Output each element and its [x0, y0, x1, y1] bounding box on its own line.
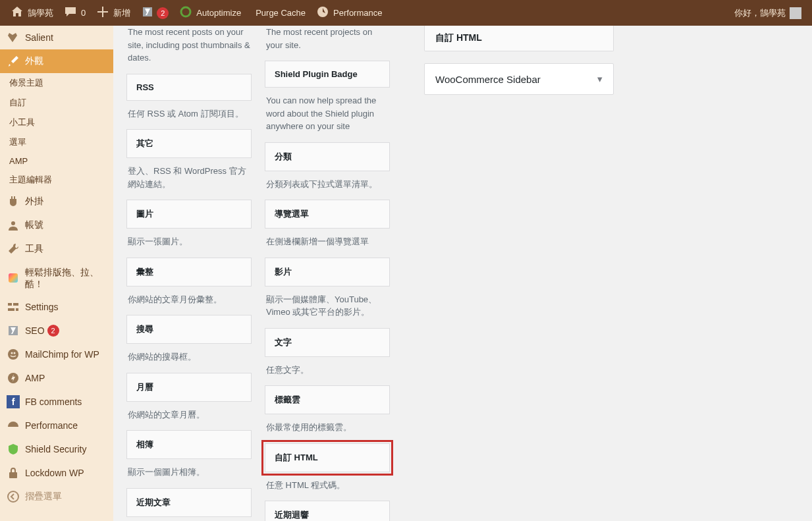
menu-fb-comments-label: FB comments: [25, 397, 82, 407]
chevron-down-icon: ▾: [597, 73, 603, 85]
menu-mailchimp[interactable]: MailChimp for WP: [0, 343, 113, 366]
sidebar-woocommerce[interactable]: WooCommerce Sidebar ▾: [424, 63, 614, 95]
submenu-menus[interactable]: 選單: [0, 132, 113, 152]
performance-link[interactable]: Performance: [311, 0, 387, 26]
autoptimize-icon: [179, 5, 192, 20]
menu-users-label: 帳號: [25, 219, 43, 231]
menu-appearance[interactable]: 外觀: [0, 49, 113, 73]
my-account-link[interactable]: 你好，鵠學苑: [729, 0, 807, 26]
new-label: 新增: [113, 7, 130, 19]
menu-amp-label: AMP: [25, 373, 45, 383]
widget-tag-cloud[interactable]: 標籤雲: [265, 385, 390, 414]
svg-rect-4: [8, 303, 12, 306]
widget-gallery[interactable]: 相簿: [126, 430, 252, 459]
new-content-link[interactable]: 新增: [91, 0, 136, 26]
available-widgets: The most recent posts on your site, incl…: [126, 26, 390, 521]
menu-settings[interactable]: Settings: [0, 295, 113, 319]
amp-icon: [7, 371, 20, 385]
menu-users[interactable]: 帳號: [0, 213, 113, 237]
sidebar-widget-item[interactable]: 自訂 HTML: [424, 26, 614, 51]
svg-rect-5: [13, 303, 18, 306]
widget-categories[interactable]: 分類: [265, 142, 390, 171]
menu-settings-label: Settings: [25, 302, 59, 312]
widget-desc: 你網站的文章月份彙整。: [126, 293, 252, 306]
sidebar-area: 自訂 HTML WooCommerce Sidebar ▾: [424, 26, 614, 521]
svg-rect-6: [8, 308, 14, 311]
facebook-icon: f: [7, 395, 20, 408]
menu-performance-label: Performance: [25, 420, 78, 431]
widget-recent-comments[interactable]: 近期迴響: [265, 501, 390, 521]
widget-other[interactable]: 其它: [126, 129, 252, 158]
menu-salient[interactable]: Salient: [0, 26, 113, 49]
submenu-amp[interactable]: AMP: [0, 152, 113, 170]
menu-plugins[interactable]: 外掛: [0, 190, 113, 213]
menu-seo-label: SEO: [25, 325, 45, 336]
avatar: [790, 7, 801, 19]
widget-archives[interactable]: 彙整: [126, 258, 252, 287]
menu-collapse[interactable]: 摺疊選單: [0, 485, 113, 508]
submenu-widgets[interactable]: 小工具: [0, 113, 113, 132]
svg-point-9: [11, 352, 13, 354]
menu-shield[interactable]: Shield Security: [0, 437, 113, 461]
widget-recent-posts[interactable]: 近期文章: [126, 488, 252, 517]
widget-custom-html[interactable]: 自訂 HTML: [265, 443, 390, 472]
greeting-label: 你好，鵠學苑: [734, 7, 786, 19]
seo-icon: [7, 324, 20, 337]
widget-desc: 任意文字。: [265, 364, 390, 377]
menu-tools-label: 工具: [25, 243, 43, 255]
comments-count: 0: [81, 8, 86, 18]
sidebar-widget-label: 自訂 HTML: [435, 32, 482, 43]
menu-mailchimp-label: MailChimp for WP: [25, 349, 99, 360]
submenu-customize[interactable]: 自訂: [0, 93, 113, 113]
widget-desc: 顯示一個媒體庫、YouTube、Vimeo 或其它平台的影片。: [265, 293, 390, 319]
menu-amp[interactable]: AMP: [0, 366, 113, 390]
widget-rss[interactable]: RSS: [126, 74, 252, 101]
menu-seo[interactable]: SEO 2: [0, 319, 113, 343]
widget-desc: You can now help spread the word about t…: [265, 94, 390, 133]
widget-video[interactable]: 影片: [265, 258, 390, 287]
widget-shield-badge[interactable]: Shield Plugin Badge: [265, 61, 390, 88]
performance-label: Performance: [333, 8, 382, 18]
admin-menu: Salient 外觀 佈景主題 自訂 小工具 選單 AMP 主題編輯器 外掛 帳…: [0, 26, 113, 521]
svg-rect-3: [9, 273, 18, 283]
comments-link[interactable]: 0: [59, 0, 91, 26]
yoast-badge: 2: [157, 7, 169, 19]
widget-desc: The most recent projects on your site.: [265, 26, 390, 51]
widget-image[interactable]: 圖片: [126, 200, 252, 229]
svg-rect-7: [16, 308, 18, 311]
tools-icon: [7, 242, 20, 256]
site-name-link[interactable]: 鵠學苑: [5, 0, 59, 26]
menu-shield-label: Shield Security: [25, 444, 86, 454]
widget-calendar[interactable]: 月曆: [126, 373, 252, 402]
widget-text[interactable]: 文字: [265, 328, 390, 357]
svg-point-0: [181, 7, 190, 16]
menu-tools[interactable]: 工具: [0, 237, 113, 261]
yoast-link[interactable]: 2: [136, 0, 174, 26]
widget-desc: 你網站的搜尋框。: [126, 350, 252, 364]
menu-fb-comments[interactable]: f FB comments: [0, 390, 113, 414]
widget-search[interactable]: 搜尋: [126, 315, 252, 344]
widget-column-2: The most recent projects on your site. S…: [265, 26, 390, 521]
widget-desc: 你最常使用的標籤雲。: [265, 421, 390, 434]
brush-icon: [7, 55, 20, 68]
seo-badge: 2: [47, 325, 59, 337]
autoptimize-link[interactable]: Autoptimize: [174, 0, 246, 26]
menu-appearance-label: 外觀: [25, 55, 43, 67]
performance-icon: [316, 5, 329, 20]
sidebar-title: WooCommerce Sidebar: [435, 74, 541, 85]
submenu-theme-editor[interactable]: 主題編輯器: [0, 170, 113, 190]
site-name-label: 鵠學苑: [28, 7, 53, 19]
svg-rect-12: [9, 472, 17, 478]
menu-easy-drag[interactable]: 輕鬆排版拖、拉、酷！: [0, 261, 113, 295]
purge-cache-link[interactable]: Purge Cache: [246, 0, 311, 26]
widget-column-1: The most recent posts on your site, incl…: [126, 26, 252, 521]
widget-desc: 任何 RSS 或 Atom 訂閱項目。: [126, 107, 252, 121]
submenu-themes[interactable]: 佈景主題: [0, 73, 113, 93]
settings-icon: [7, 300, 20, 314]
widget-nav-menu[interactable]: 導覽選單: [265, 200, 390, 229]
menu-lockdown[interactable]: Lockdown WP: [0, 461, 113, 485]
menu-performance[interactable]: Performance: [0, 414, 113, 437]
shield-icon: [7, 443, 20, 456]
widget-desc: 在側邊欄新增一個導覽選單: [265, 235, 390, 248]
plus-icon: [96, 5, 109, 20]
